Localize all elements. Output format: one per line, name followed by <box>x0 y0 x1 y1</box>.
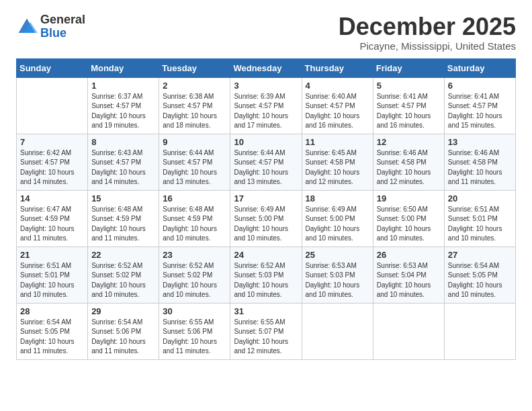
calendar-cell: 29Sunrise: 6:54 AM Sunset: 5:06 PM Dayli… <box>88 303 159 359</box>
day-number: 30 <box>163 306 226 316</box>
calendar-body: 1Sunrise: 6:37 AM Sunset: 4:57 PM Daylig… <box>17 77 516 359</box>
day-info: Sunrise: 6:55 AM Sunset: 5:06 PM Dayligh… <box>163 318 226 357</box>
day-number: 13 <box>448 137 512 147</box>
calendar-cell: 16Sunrise: 6:48 AM Sunset: 4:59 PM Dayli… <box>159 190 230 246</box>
month-title: December 2025 <box>339 13 516 40</box>
calendar-cell: 22Sunrise: 6:52 AM Sunset: 5:02 PM Dayli… <box>88 246 159 303</box>
day-info: Sunrise: 6:41 AM Sunset: 4:57 PM Dayligh… <box>448 92 512 131</box>
day-number: 12 <box>377 137 441 147</box>
day-number: 17 <box>234 193 298 203</box>
calendar-cell: 30Sunrise: 6:55 AM Sunset: 5:06 PM Dayli… <box>159 303 230 359</box>
day-info: Sunrise: 6:43 AM Sunset: 4:57 PM Dayligh… <box>91 148 155 187</box>
day-info: Sunrise: 6:37 AM Sunset: 4:57 PM Dayligh… <box>91 92 155 131</box>
day-info: Sunrise: 6:44 AM Sunset: 4:57 PM Dayligh… <box>234 148 298 187</box>
day-info: Sunrise: 6:54 AM Sunset: 5:06 PM Dayligh… <box>91 318 155 357</box>
location-text: Picayne, Mississippi, United States <box>339 40 516 52</box>
calendar-cell: 10Sunrise: 6:44 AM Sunset: 4:57 PM Dayli… <box>230 134 302 190</box>
day-info: Sunrise: 6:52 AM Sunset: 5:02 PM Dayligh… <box>163 261 226 300</box>
calendar-cell: 9Sunrise: 6:44 AM Sunset: 4:57 PM Daylig… <box>159 134 230 190</box>
calendar-cell: 11Sunrise: 6:45 AM Sunset: 4:58 PM Dayli… <box>302 134 373 190</box>
day-info: Sunrise: 6:51 AM Sunset: 5:01 PM Dayligh… <box>20 261 84 300</box>
calendar-week-4: 21Sunrise: 6:51 AM Sunset: 5:01 PM Dayli… <box>17 246 516 303</box>
calendar-cell: 2Sunrise: 6:38 AM Sunset: 4:57 PM Daylig… <box>159 77 230 134</box>
calendar-cell <box>302 303 373 359</box>
day-number: 26 <box>377 250 441 260</box>
title-block: December 2025 Picayne, Mississippi, Unit… <box>339 13 516 52</box>
calendar-table: SundayMondayTuesdayWednesdayThursdayFrid… <box>16 58 516 360</box>
day-info: Sunrise: 6:41 AM Sunset: 4:57 PM Dayligh… <box>377 92 441 131</box>
day-info: Sunrise: 6:52 AM Sunset: 5:02 PM Dayligh… <box>91 261 155 300</box>
calendar-cell: 23Sunrise: 6:52 AM Sunset: 5:02 PM Dayli… <box>159 246 230 303</box>
day-number: 6 <box>448 81 512 91</box>
calendar-cell: 13Sunrise: 6:46 AM Sunset: 4:58 PM Dayli… <box>444 134 515 190</box>
calendar-cell: 17Sunrise: 6:49 AM Sunset: 5:00 PM Dayli… <box>230 190 302 246</box>
day-info: Sunrise: 6:53 AM Sunset: 5:04 PM Dayligh… <box>377 261 441 300</box>
calendar-cell: 1Sunrise: 6:37 AM Sunset: 4:57 PM Daylig… <box>88 77 159 134</box>
calendar-cell: 26Sunrise: 6:53 AM Sunset: 5:04 PM Dayli… <box>373 246 444 303</box>
day-info: Sunrise: 6:39 AM Sunset: 4:57 PM Dayligh… <box>234 92 298 131</box>
calendar-cell: 24Sunrise: 6:52 AM Sunset: 5:03 PM Dayli… <box>230 246 302 303</box>
calendar-cell: 7Sunrise: 6:42 AM Sunset: 4:57 PM Daylig… <box>17 134 88 190</box>
day-number: 5 <box>377 81 441 91</box>
day-number: 4 <box>306 81 369 91</box>
day-number: 15 <box>91 193 155 203</box>
day-number: 18 <box>306 193 369 203</box>
day-number: 23 <box>163 250 226 260</box>
day-number: 7 <box>20 137 84 147</box>
weekday-header-tuesday: Tuesday <box>159 58 230 77</box>
day-info: Sunrise: 6:38 AM Sunset: 4:57 PM Dayligh… <box>163 92 226 131</box>
day-number: 21 <box>20 250 84 260</box>
calendar-cell: 12Sunrise: 6:46 AM Sunset: 4:58 PM Dayli… <box>373 134 444 190</box>
calendar-cell: 28Sunrise: 6:54 AM Sunset: 5:05 PM Dayli… <box>17 303 88 359</box>
day-number: 3 <box>234 81 298 91</box>
calendar-cell: 15Sunrise: 6:48 AM Sunset: 4:59 PM Dayli… <box>88 190 159 246</box>
day-info: Sunrise: 6:49 AM Sunset: 5:00 PM Dayligh… <box>234 205 298 244</box>
weekday-header-monday: Monday <box>88 58 159 77</box>
day-number: 10 <box>234 137 298 147</box>
day-info: Sunrise: 6:46 AM Sunset: 4:58 PM Dayligh… <box>377 148 441 187</box>
day-info: Sunrise: 6:45 AM Sunset: 4:58 PM Dayligh… <box>306 148 369 187</box>
day-number: 24 <box>234 250 298 260</box>
calendar-cell: 27Sunrise: 6:54 AM Sunset: 5:05 PM Dayli… <box>444 246 515 303</box>
calendar-cell: 25Sunrise: 6:53 AM Sunset: 5:03 PM Dayli… <box>302 246 373 303</box>
day-info: Sunrise: 6:51 AM Sunset: 5:01 PM Dayligh… <box>448 205 512 244</box>
calendar-cell: 31Sunrise: 6:55 AM Sunset: 5:07 PM Dayli… <box>230 303 302 359</box>
day-info: Sunrise: 6:50 AM Sunset: 5:00 PM Dayligh… <box>377 205 441 244</box>
day-number: 11 <box>306 137 369 147</box>
day-info: Sunrise: 6:52 AM Sunset: 5:03 PM Dayligh… <box>234 261 298 300</box>
day-info: Sunrise: 6:54 AM Sunset: 5:05 PM Dayligh… <box>448 261 512 300</box>
day-number: 19 <box>377 193 441 203</box>
calendar-cell: 6Sunrise: 6:41 AM Sunset: 4:57 PM Daylig… <box>444 77 515 134</box>
day-number: 9 <box>163 137 226 147</box>
calendar-week-5: 28Sunrise: 6:54 AM Sunset: 5:05 PM Dayli… <box>17 303 516 359</box>
calendar-cell: 14Sunrise: 6:47 AM Sunset: 4:59 PM Dayli… <box>17 190 88 246</box>
logo-icon <box>16 16 38 38</box>
day-info: Sunrise: 6:40 AM Sunset: 4:57 PM Dayligh… <box>306 92 369 131</box>
day-info: Sunrise: 6:42 AM Sunset: 4:57 PM Dayligh… <box>20 148 84 187</box>
day-info: Sunrise: 6:47 AM Sunset: 4:59 PM Dayligh… <box>20 205 84 244</box>
day-info: Sunrise: 6:46 AM Sunset: 4:58 PM Dayligh… <box>448 148 512 187</box>
weekday-header-thursday: Thursday <box>302 58 373 77</box>
day-number: 28 <box>20 306 84 316</box>
day-info: Sunrise: 6:48 AM Sunset: 4:59 PM Dayligh… <box>91 205 155 244</box>
calendar-cell: 3Sunrise: 6:39 AM Sunset: 4:57 PM Daylig… <box>230 77 302 134</box>
calendar-cell <box>373 303 444 359</box>
calendar-cell <box>444 303 515 359</box>
day-number: 8 <box>91 137 155 147</box>
day-number: 14 <box>20 193 84 203</box>
day-number: 31 <box>234 306 298 316</box>
logo-general-text: General <box>40 13 85 27</box>
day-number: 20 <box>448 193 512 203</box>
calendar-cell: 18Sunrise: 6:49 AM Sunset: 5:00 PM Dayli… <box>302 190 373 246</box>
calendar-cell: 8Sunrise: 6:43 AM Sunset: 4:57 PM Daylig… <box>88 134 159 190</box>
day-info: Sunrise: 6:53 AM Sunset: 5:03 PM Dayligh… <box>306 261 369 300</box>
day-number: 29 <box>91 306 155 316</box>
day-number: 2 <box>163 81 226 91</box>
weekday-header-row: SundayMondayTuesdayWednesdayThursdayFrid… <box>17 58 516 77</box>
day-info: Sunrise: 6:49 AM Sunset: 5:00 PM Dayligh… <box>306 205 369 244</box>
calendar-cell <box>17 77 88 134</box>
day-info: Sunrise: 6:55 AM Sunset: 5:07 PM Dayligh… <box>234 318 298 357</box>
page-header: General Blue December 2025 Picayne, Miss… <box>16 13 516 52</box>
weekday-header-saturday: Saturday <box>444 58 515 77</box>
weekday-header-friday: Friday <box>373 58 444 77</box>
